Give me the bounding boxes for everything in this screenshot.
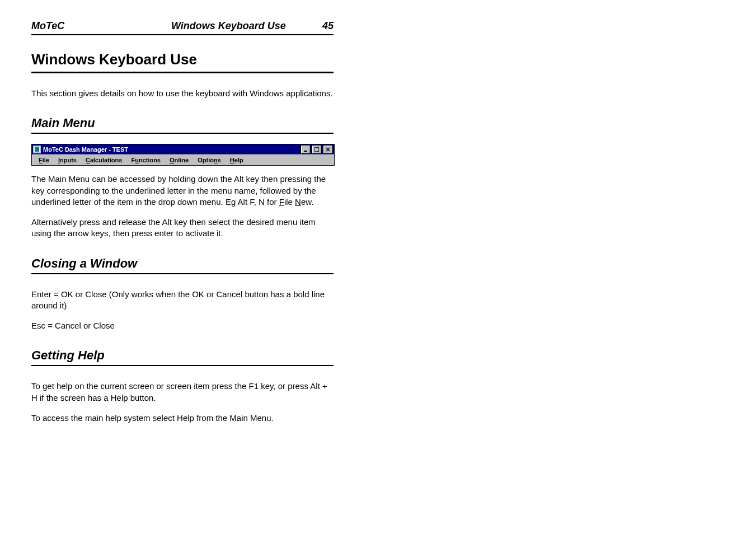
maximize-icon[interactable] [312,145,322,154]
header-section-label: Windows Keyboard Use [171,20,300,32]
main-menu-paragraph-2: Alternatively press and release the Alt … [31,217,334,240]
svg-rect-2 [304,151,307,152]
main-menu-paragraph-1: The Main Menu can be accessed by holding… [31,174,334,208]
menu-options[interactable]: Options [193,157,226,163]
intro-paragraph: This section gives details on how to use… [31,88,334,99]
minimize-icon[interactable] [300,145,311,154]
svg-rect-3 [314,147,319,152]
page-number: 45 [300,20,334,32]
menu-functions[interactable]: Functions [126,157,165,163]
titlebar: MoTeC Dash Manager - TEST [32,144,334,154]
brand-label: MoTeC [31,20,171,32]
closing-line-1: Enter = OK or Close (Only works when the… [31,289,334,312]
titlebar-text: MoTeC Dash Manager - TEST [43,146,300,153]
page-title: Windows Keyboard Use [31,51,334,73]
section-heading-closing-window: Closing a Window [31,256,334,274]
help-line-2: To access the main help system select He… [31,413,334,424]
menubar: File Inputs Calculations Functions Onlin… [32,154,334,165]
app-icon [33,146,41,153]
svg-rect-1 [35,147,39,152]
menu-online[interactable]: Online [165,157,193,163]
menu-calculations[interactable]: Calculations [81,157,126,163]
close-icon[interactable] [323,145,333,154]
menu-help[interactable]: Help [226,157,248,163]
section-heading-getting-help: Getting Help [31,348,334,366]
running-header: MoTeC Windows Keyboard Use 45 [31,20,334,35]
menu-file[interactable]: File [34,157,54,163]
menu-inputs[interactable]: Inputs [54,157,81,163]
closing-line-2: Esc = Cancel or Close [31,320,334,331]
section-heading-main-menu: Main Menu [31,116,334,134]
app-window-screenshot: MoTeC Dash Manager - TEST [31,144,335,166]
help-line-1: To get help on the current screen or scr… [31,381,334,404]
